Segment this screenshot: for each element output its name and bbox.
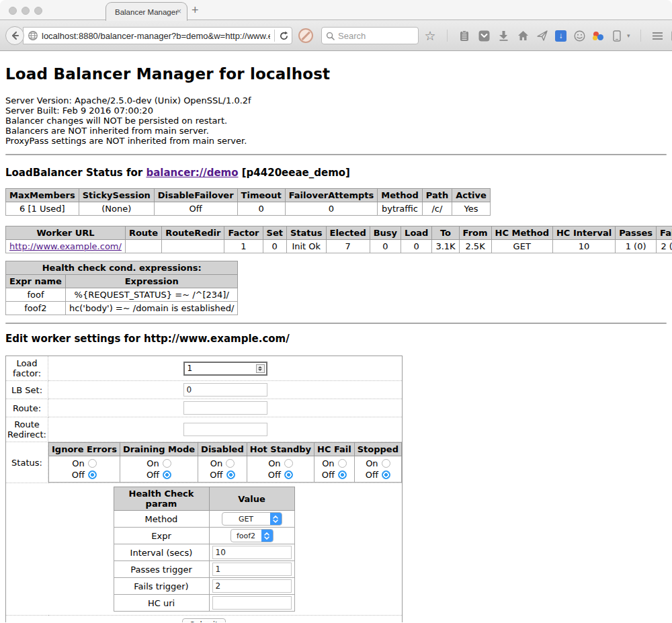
hc-expr-row: Expr foof2 bbox=[114, 528, 294, 544]
col-method: Method bbox=[378, 189, 422, 202]
reading-list-icon[interactable] bbox=[458, 29, 471, 42]
col-failoverattempts: FailoverAttempts bbox=[285, 189, 378, 202]
col-path: Path bbox=[422, 189, 452, 202]
hc-fail-off-radio[interactable] bbox=[338, 470, 347, 479]
proxypass-inherit-line: ProxyPass settings are NOT inherited fro… bbox=[5, 136, 667, 146]
draining-off-label: Off bbox=[146, 470, 159, 480]
stopped-off-label: Off bbox=[366, 470, 378, 480]
chevron-down-icon[interactable]: ▾ bbox=[627, 32, 630, 39]
persist-warning-line: Balancer changes will NOT be persisted o… bbox=[5, 116, 667, 126]
hc-interval-input[interactable] bbox=[212, 546, 292, 559]
site-identity-globe-icon bbox=[28, 30, 38, 41]
browser-window: Balancer Manager × + localhost:8880/bala… bbox=[0, 0, 672, 623]
send-tab-icon[interactable] bbox=[536, 29, 549, 42]
balancer-status-table: MaxMembers StickySession DisableFailover… bbox=[5, 188, 491, 216]
route-input[interactable] bbox=[183, 401, 267, 415]
window-controls bbox=[9, 7, 42, 15]
lb-status-heading: LoadBalancer Status for balancer://demo … bbox=[5, 167, 667, 179]
col-hc-param: Health Check param bbox=[114, 487, 209, 511]
balancer-data-row: 6 [1 Used] (None) Off 0 0 bytraffic /c/ … bbox=[6, 202, 491, 216]
ignore-errors-off-label: Off bbox=[72, 470, 85, 480]
hot-standby-off-radio[interactable] bbox=[284, 470, 293, 479]
col-hot-standby: Hot Standby bbox=[247, 443, 314, 456]
hc-method-select[interactable]: GET bbox=[222, 512, 282, 526]
health-check-expr-table: Health check cond. expressions: Expr nam… bbox=[5, 261, 238, 315]
search-bar[interactable] bbox=[321, 27, 419, 44]
search-input[interactable] bbox=[338, 31, 405, 41]
col-disablefailover: DisableFailover bbox=[154, 189, 237, 202]
zoom-window-button[interactable] bbox=[34, 7, 42, 15]
tab-balancer-manager[interactable]: Balancer Manager × bbox=[106, 2, 187, 21]
hc-fails-input[interactable] bbox=[212, 579, 292, 593]
pocket-icon[interactable] bbox=[477, 29, 491, 42]
hc-params-row: Health Check param Value Method GET bbox=[6, 483, 403, 616]
navigation-toolbar: localhost:8880/balancer-manager?b=demo&w… bbox=[0, 20, 672, 51]
hc-uri-input[interactable] bbox=[212, 596, 292, 610]
status-label: Status: bbox=[6, 442, 48, 483]
home-icon[interactable] bbox=[516, 29, 530, 42]
ignore-errors-off-radio[interactable] bbox=[88, 470, 97, 479]
ignore-errors-on-radio[interactable] bbox=[88, 459, 97, 468]
lb-set-input[interactable] bbox=[183, 383, 267, 397]
col-stopped: Stopped bbox=[354, 443, 401, 456]
hc-expr-value: foof2 bbox=[231, 530, 261, 542]
menu-hamburger-icon[interactable] bbox=[651, 29, 665, 42]
col-hc-value: Value bbox=[209, 487, 294, 511]
select-stepper-icon-2 bbox=[261, 530, 273, 542]
hc-interval-row: Interval (secs) bbox=[114, 544, 294, 561]
adblock-disabled-icon[interactable] bbox=[298, 28, 313, 43]
feedback-smiley-icon[interactable] bbox=[573, 29, 586, 42]
url-bar[interactable]: localhost:8880/balancer-manager?b=demo&w… bbox=[23, 27, 292, 44]
device-sync-icon[interactable] bbox=[610, 29, 624, 42]
downloads-icon[interactable] bbox=[497, 29, 510, 42]
hc-method-value: GET bbox=[222, 513, 270, 525]
hc-uri-label: HC uri bbox=[114, 595, 209, 612]
hc-fail-on-radio[interactable] bbox=[338, 459, 347, 468]
status-table: Ignore Errors Draining Mode Disabled Hot… bbox=[48, 442, 402, 483]
stopped-on-radio[interactable] bbox=[382, 459, 390, 468]
hc-expr-select[interactable]: foof2 bbox=[230, 529, 274, 542]
hc-fails-label: Fails trigger) bbox=[114, 578, 209, 595]
balancer-demo-link[interactable]: balancer://demo bbox=[146, 167, 238, 179]
bookmark-star-icon[interactable]: ☆ bbox=[423, 29, 437, 42]
colored-dots-extension-icon[interactable] bbox=[592, 30, 604, 42]
page-content: Load Balancer Manager for localhost Serv… bbox=[0, 51, 672, 622]
disabled-off-radio[interactable] bbox=[226, 470, 235, 479]
draining-on-radio[interactable] bbox=[163, 459, 171, 468]
download-helper-icon[interactable]: ↓ bbox=[555, 30, 566, 42]
edit-worker-heading: Edit worker settings for http://www.exam… bbox=[5, 333, 667, 345]
server-info: Server Version: Apache/2.5.0-dev (Unix) … bbox=[5, 95, 667, 146]
back-button[interactable] bbox=[5, 26, 24, 45]
disabled-on-radio[interactable] bbox=[226, 459, 235, 468]
reload-icon[interactable] bbox=[279, 31, 289, 41]
number-spinner-icon[interactable] bbox=[256, 364, 265, 373]
hc-fail-on-label: On bbox=[322, 458, 334, 468]
minimize-window-button[interactable] bbox=[22, 7, 30, 15]
close-window-button[interactable] bbox=[9, 7, 17, 15]
hc-interval-label: Interval (secs) bbox=[114, 544, 209, 561]
col-maxmembers: MaxMembers bbox=[6, 189, 79, 202]
route-redirect-input[interactable] bbox=[183, 423, 267, 436]
lb-set-row: LB Set: bbox=[6, 381, 403, 399]
hc-method-row: Method GET bbox=[114, 511, 294, 528]
tab-bar: Balancer Manager × + bbox=[0, 0, 672, 20]
draining-off-radio[interactable] bbox=[163, 470, 171, 479]
close-tab-icon[interactable]: × bbox=[177, 7, 181, 15]
route-row: Route: bbox=[6, 399, 403, 417]
draining-on-label: On bbox=[146, 458, 159, 468]
tab-title: Balancer Manager bbox=[115, 8, 178, 16]
worker-data-row: http://www.example.com/ 1 0 Init Ok 7 0 … bbox=[6, 240, 672, 253]
new-tab-button[interactable]: + bbox=[192, 3, 199, 17]
stopped-off-radio[interactable] bbox=[382, 470, 390, 479]
col-stickysession: StickySession bbox=[79, 189, 154, 202]
submit-button[interactable]: Submit bbox=[182, 618, 226, 622]
hc-passes-input[interactable] bbox=[212, 563, 292, 576]
toolbar-icons: ☆ ↓ bbox=[423, 20, 672, 51]
expr-row-foof: foof %{REQUEST_STATUS} =~ /^[234]/ bbox=[6, 288, 238, 302]
load-factor-input[interactable] bbox=[183, 362, 267, 376]
url-text[interactable]: localhost:8880/balancer-manager?b=demo&w… bbox=[42, 31, 270, 41]
worker-url-link[interactable]: http://www.example.com/ bbox=[9, 241, 122, 251]
lb-set-label: LB Set: bbox=[6, 381, 48, 399]
hot-standby-on-radio[interactable] bbox=[284, 459, 293, 468]
search-icon bbox=[326, 32, 335, 40]
